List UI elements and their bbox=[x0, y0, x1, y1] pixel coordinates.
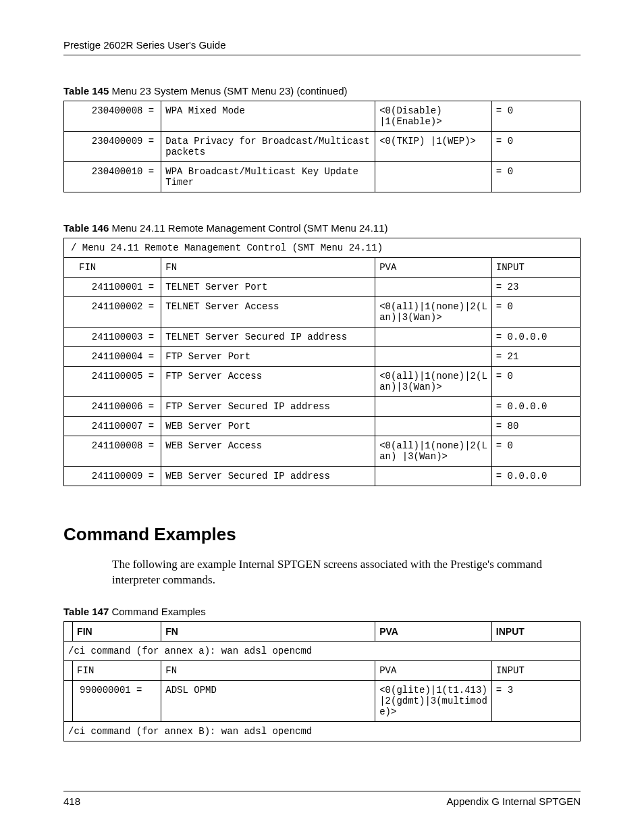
cell-input: = 0.0.0.0 bbox=[491, 397, 580, 417]
table-row: 241100006 =FTP Server Secured IP address… bbox=[64, 397, 581, 417]
sub-fin: FIN bbox=[73, 660, 161, 680]
cell-blank bbox=[64, 660, 73, 680]
cell-pva bbox=[375, 278, 492, 297]
cell-input: = 0.0.0.0 bbox=[491, 467, 580, 486]
cell-fin: 990000001 = bbox=[73, 680, 161, 721]
table-subhead-row: FIN FN PVA INPUT bbox=[64, 660, 581, 680]
cell-input: = 0 bbox=[491, 436, 580, 467]
cell-fin: 241100008 = bbox=[64, 436, 161, 467]
cell-fin: 241100002 = bbox=[64, 297, 161, 328]
table147-caption: Table 147 Command Examples bbox=[63, 606, 581, 617]
cell-fin: 230400010 = bbox=[64, 162, 161, 192]
banner-annex-a: /ci command (for annex a): wan adsl open… bbox=[64, 641, 581, 660]
cell-fin: 241100001 = bbox=[64, 278, 161, 297]
cell-pva bbox=[375, 467, 492, 486]
table146-banner: / Menu 24.11 Remote Management Control (… bbox=[64, 238, 581, 258]
cell-fn: ADSL OPMD bbox=[161, 680, 375, 721]
table147: FIN FN PVA INPUT /ci command (for annex … bbox=[63, 621, 581, 741]
cell-fn: FTP Server Access bbox=[161, 367, 375, 397]
cell-pva: <0(all)|1(none)|2(Lan)|3(Wan)> bbox=[375, 367, 492, 397]
cell-pva bbox=[375, 417, 492, 436]
cell-fin: 241100007 = bbox=[64, 417, 161, 436]
cell-fin: 241100004 = bbox=[64, 347, 161, 367]
cell-pva bbox=[375, 347, 492, 367]
banner-annex-b: /ci command (for annex B): wan adsl open… bbox=[64, 721, 581, 741]
table-banner-row: / Menu 24.11 Remote Management Control (… bbox=[64, 238, 581, 258]
table-row: 241100004 =FTP Server Port= 21 bbox=[64, 347, 581, 367]
cell-pva: <0(all)|1(none)|2(Lan)|3(Wan)> bbox=[375, 297, 492, 328]
cell-input: = 0 bbox=[491, 367, 580, 397]
cell-input: = 21 bbox=[491, 347, 580, 367]
table-head-row: FIN FN PVA INPUT bbox=[64, 258, 581, 278]
cell-pva: <0(Disable) |1(Enable)> bbox=[375, 101, 492, 132]
table145-caption-text: Menu 23 System Menus (SMT Menu 23) (cont… bbox=[109, 85, 347, 97]
cell-input: = 0 bbox=[491, 297, 580, 328]
cell-input: = 0 bbox=[491, 101, 580, 132]
table-row: 241100005 =FTP Server Access<0(all)|1(no… bbox=[64, 367, 581, 397]
cell-pva: <0(TKIP) |1(WEP)> bbox=[375, 132, 492, 162]
head-input: INPUT bbox=[491, 258, 580, 278]
cell-input: = 80 bbox=[491, 417, 580, 436]
cell-fn: WPA Broadcast/Multicast Key Update Timer bbox=[161, 162, 375, 192]
cell-fn: FTP Server Port bbox=[161, 347, 375, 367]
sub-pva: PVA bbox=[375, 660, 492, 680]
table146: / Menu 24.11 Remote Management Control (… bbox=[63, 238, 581, 486]
table-row: 230400009 = Data Privacy for Broadcast/M… bbox=[64, 132, 581, 162]
table146-caption-text: Menu 24.11 Remote Management Control (SM… bbox=[109, 222, 387, 234]
cell-fin: 241100009 = bbox=[64, 467, 161, 486]
section-paragraph: The following are example Internal SPTGE… bbox=[112, 557, 581, 588]
table146-caption-num: Table 146 bbox=[63, 222, 109, 234]
page-footer: 418 Appendix G Internal SPTGEN bbox=[63, 791, 581, 807]
table-row: 230400008 = WPA Mixed Mode <0(Disable) |… bbox=[64, 101, 581, 132]
cell-fn: Data Privacy for Broadcast/Multicast pac… bbox=[161, 132, 375, 162]
cell-input: = 3 bbox=[491, 680, 580, 721]
cell-fn: TELNET Server Secured IP address bbox=[161, 328, 375, 347]
section-heading: Command Examples bbox=[63, 524, 581, 545]
table-row: 990000001 = ADSL OPMD <0(glite)|1(t1.413… bbox=[64, 680, 581, 721]
cell-blank bbox=[64, 680, 73, 721]
head-pva: PVA bbox=[375, 258, 492, 278]
running-header: Prestige 2602R Series User's Guide bbox=[63, 39, 581, 55]
cell-input: = 0 bbox=[491, 132, 580, 162]
table-head-row: FIN FN PVA INPUT bbox=[64, 621, 581, 641]
cell-fin: 230400008 = bbox=[64, 101, 161, 132]
cell-fin: 230400009 = bbox=[64, 132, 161, 162]
table-row: 241100001 =TELNET Server Port= 23 bbox=[64, 278, 581, 297]
head-fin: FIN bbox=[64, 258, 161, 278]
page-number: 418 bbox=[63, 796, 80, 807]
cell-input: = 0.0.0.0 bbox=[491, 328, 580, 347]
table-row: 241100008 =WEB Server Access<0(all)|1(no… bbox=[64, 436, 581, 467]
table147-caption-num: Table 147 bbox=[63, 606, 109, 617]
cell-fn: WEB Server Port bbox=[161, 417, 375, 436]
cell-pva: <0(all)|1(none)|2(Lan) |3(Wan)> bbox=[375, 436, 492, 467]
table-row: 230400010 = WPA Broadcast/Multicast Key … bbox=[64, 162, 581, 192]
table-row: 241100002 =TELNET Server Access<0(all)|1… bbox=[64, 297, 581, 328]
table145-caption-num: Table 145 bbox=[63, 85, 109, 97]
sub-input: INPUT bbox=[491, 660, 580, 680]
cell-pva bbox=[375, 162, 492, 192]
cell-pva bbox=[375, 397, 492, 417]
table145-caption: Table 145 Menu 23 System Menus (SMT Menu… bbox=[63, 85, 581, 97]
head-blank bbox=[64, 621, 73, 641]
cell-fin: 241100005 = bbox=[64, 367, 161, 397]
cell-fn: TELNET Server Access bbox=[161, 297, 375, 328]
table147-caption-text: Command Examples bbox=[109, 606, 205, 617]
table-row: 241100007 =WEB Server Port= 80 bbox=[64, 417, 581, 436]
footer-section: Appendix G Internal SPTGEN bbox=[447, 796, 581, 807]
head-fn: FN bbox=[161, 621, 375, 641]
cell-fn: WPA Mixed Mode bbox=[161, 101, 375, 132]
cell-input: = 0 bbox=[491, 162, 580, 192]
table-row: 241100009 =WEB Server Secured IP address… bbox=[64, 467, 581, 486]
sub-fn: FN bbox=[161, 660, 375, 680]
table145: 230400008 = WPA Mixed Mode <0(Disable) |… bbox=[63, 101, 581, 192]
cell-fin: 241100006 = bbox=[64, 397, 161, 417]
cell-fin: 241100003 = bbox=[64, 328, 161, 347]
head-fin: FIN bbox=[73, 621, 161, 641]
table-banner-row: /ci command (for annex B): wan adsl open… bbox=[64, 721, 581, 741]
cell-fn: WEB Server Secured IP address bbox=[161, 467, 375, 486]
head-input: INPUT bbox=[491, 621, 580, 641]
cell-input: = 23 bbox=[491, 278, 580, 297]
cell-fn: WEB Server Access bbox=[161, 436, 375, 467]
head-pva: PVA bbox=[375, 621, 492, 641]
table146-caption: Table 146 Menu 24.11 Remote Management C… bbox=[63, 222, 581, 234]
